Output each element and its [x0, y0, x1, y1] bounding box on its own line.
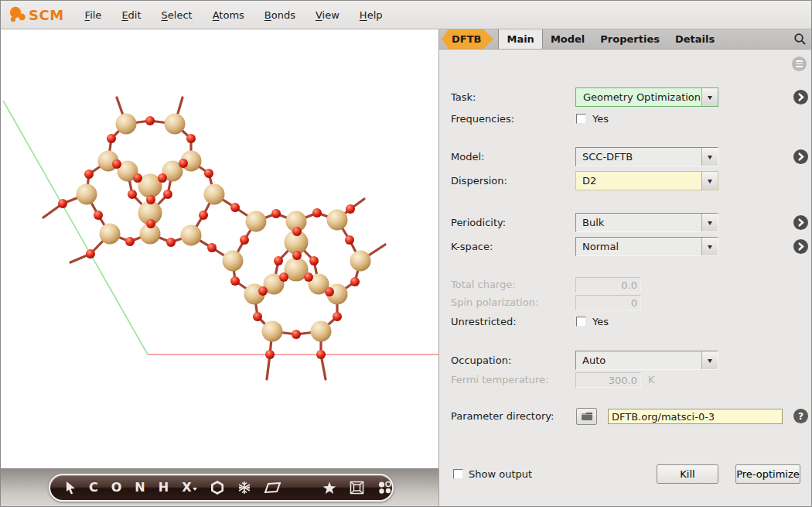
- scm-logo: SCM: [7, 5, 64, 24]
- o-atom: [199, 211, 208, 220]
- o-atom: [333, 312, 342, 321]
- menu-select[interactable]: Select: [152, 1, 203, 29]
- periodicity-detail-chevron[interactable]: [793, 215, 808, 230]
- si-atom: [262, 321, 283, 342]
- si-atom: [165, 114, 186, 135]
- dispersion-dropdown-arrow[interactable]: [701, 172, 718, 190]
- tab-main[interactable]: Main: [498, 29, 542, 49]
- o-atom: [94, 211, 103, 220]
- o-atom: [316, 350, 326, 359]
- kill-button[interactable]: Kill: [657, 464, 718, 484]
- parameter-directory-input[interactable]: [608, 409, 783, 424]
- o-atom: [166, 238, 176, 247]
- menu-help[interactable]: Help: [350, 1, 393, 29]
- o-atom: [107, 134, 116, 143]
- task-dropdown[interactable]: Geometry Optimization: [575, 87, 718, 107]
- model-detail-chevron[interactable]: [793, 149, 808, 164]
- element-c-button[interactable]: C: [89, 481, 98, 494]
- si-atom: [223, 251, 244, 272]
- occupation-label: Occupation:: [451, 351, 511, 370]
- preoptimize-button[interactable]: Pre-optimize: [735, 464, 800, 484]
- model-value: SCC-DFTB: [576, 148, 701, 166]
- unrestricted-checkbox-label: Yes: [592, 315, 609, 329]
- unit-cell-tool-icon[interactable]: [350, 481, 364, 495]
- o-atom: [292, 330, 301, 339]
- dispersion-dropdown[interactable]: D2: [575, 171, 718, 190]
- spin-polarization-label: Spin polarization:: [451, 295, 538, 310]
- element-x-button[interactable]: X: [182, 481, 197, 494]
- o-atom: [186, 134, 196, 143]
- spin-polarization-input: [575, 295, 641, 310]
- panel-menu-icon[interactable]: [792, 57, 807, 71]
- help-icon[interactable]: [793, 409, 808, 423]
- occupation-dropdown-arrow[interactable]: [701, 351, 718, 369]
- molecule-canvas[interactable]: [1, 29, 438, 468]
- o-atom: [230, 203, 240, 212]
- freeze-tool-icon[interactable]: [237, 481, 251, 495]
- menu-view[interactable]: View: [305, 1, 350, 29]
- show-output-checkbox[interactable]: [453, 469, 463, 479]
- pointer-tool-icon[interactable]: [66, 481, 76, 495]
- o-atom: [163, 190, 172, 199]
- o-atom: [207, 243, 217, 252]
- tab-properties[interactable]: Properties: [592, 29, 667, 49]
- tab-details[interactable]: Details: [667, 29, 722, 49]
- frequencies-label: Frequencies:: [451, 112, 514, 126]
- dispersion-value: D2: [576, 172, 701, 190]
- task-dropdown-arrow[interactable]: [701, 88, 718, 106]
- plane-tool-icon[interactable]: [264, 482, 281, 493]
- kspace-detail-chevron[interactable]: [793, 239, 808, 254]
- o-atom: [146, 219, 155, 228]
- o-atom: [146, 195, 155, 204]
- menu-bonds[interactable]: Bonds: [254, 1, 305, 29]
- element-n-button[interactable]: N: [135, 481, 145, 494]
- task-detail-chevron[interactable]: [793, 90, 808, 104]
- balls-tool-icon[interactable]: [377, 481, 392, 495]
- o-atom: [179, 159, 188, 168]
- model-dropdown[interactable]: SCC-DFTB: [575, 147, 718, 166]
- molecule-viewer[interactable]: [1, 29, 438, 468]
- periodicity-dropdown[interactable]: Bulk: [575, 213, 718, 232]
- o-atom: [240, 235, 249, 245]
- ring-tool-icon[interactable]: [210, 481, 224, 495]
- element-x-label: X: [182, 481, 191, 494]
- dftb-group-tag[interactable]: DFTB: [442, 29, 493, 49]
- o-atom: [279, 272, 288, 282]
- unrestricted-label: Unrestricted:: [451, 315, 517, 329]
- task-label: Task:: [451, 87, 476, 107]
- tab-model[interactable]: Model: [543, 29, 592, 49]
- menu-file[interactable]: File: [75, 1, 112, 29]
- search-icon[interactable]: [793, 29, 812, 49]
- viewer-bottom-strip: C O N H X: [1, 468, 438, 507]
- periodicity-dropdown-arrow[interactable]: [701, 214, 718, 231]
- o-atom: [230, 276, 240, 286]
- o-atom: [158, 173, 167, 183]
- browse-folder-button[interactable]: [576, 408, 597, 425]
- o-atom: [253, 312, 262, 321]
- parameter-directory-label: Parameter directory:: [451, 408, 554, 425]
- o-atom: [145, 116, 155, 125]
- menu-edit[interactable]: Edit: [111, 1, 151, 29]
- si-atom: [350, 251, 371, 272]
- kspace-value: Normal: [576, 238, 701, 255]
- star-tool-icon[interactable]: [322, 481, 336, 495]
- kspace-label: K-space:: [451, 237, 493, 256]
- kspace-dropdown-arrow[interactable]: [701, 238, 718, 255]
- o-atom: [86, 249, 95, 259]
- frequencies-checkbox[interactable]: [576, 114, 586, 124]
- task-value: Geometry Optimization: [576, 88, 701, 106]
- o-atom: [274, 256, 283, 265]
- o-atom: [125, 237, 135, 246]
- fermi-temperature-input: [575, 372, 641, 388]
- total-charge-input: [575, 277, 641, 293]
- occupation-dropdown[interactable]: Auto: [575, 351, 718, 370]
- kspace-dropdown[interactable]: Normal: [575, 237, 718, 256]
- atoms[interactable]: [58, 114, 371, 360]
- element-h-button[interactable]: H: [159, 481, 169, 494]
- element-o-button[interactable]: O: [111, 481, 122, 494]
- unrestricted-checkbox[interactable]: [576, 317, 586, 327]
- model-dropdown-arrow[interactable]: [701, 148, 718, 166]
- menu-atoms[interactable]: Atoms: [203, 1, 254, 29]
- o-atom: [133, 173, 142, 183]
- o-atom: [325, 287, 334, 296]
